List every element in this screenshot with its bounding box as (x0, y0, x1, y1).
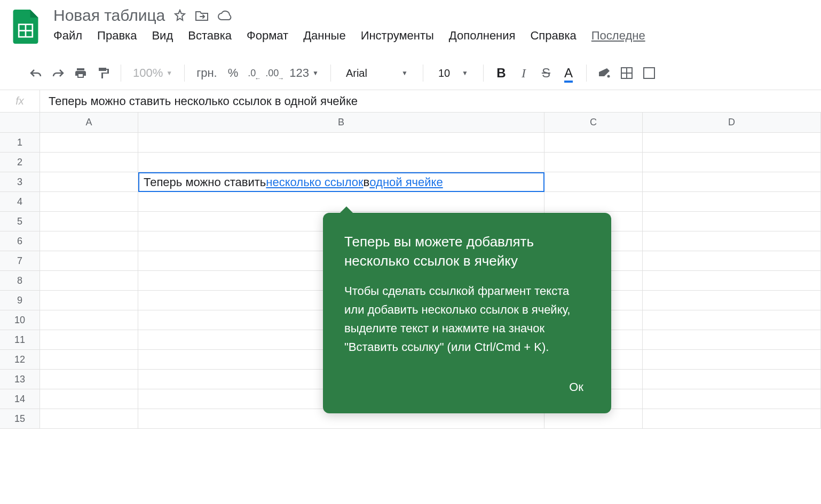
cell[interactable] (544, 153, 643, 172)
row-header[interactable]: 11 (0, 330, 40, 350)
toolbar-separator (330, 65, 331, 82)
text-color-button[interactable]: A (559, 64, 578, 82)
document-title[interactable]: Новая таблица (53, 6, 165, 25)
menu-data[interactable]: Данные (303, 29, 345, 43)
cell[interactable] (40, 133, 138, 153)
percent-button[interactable]: % (225, 66, 242, 80)
cell[interactable] (40, 310, 138, 330)
cell[interactable] (643, 389, 821, 409)
cell-text: Теперь можно ставить (144, 175, 266, 189)
cell[interactable] (40, 330, 138, 350)
undo-button[interactable] (27, 64, 45, 82)
cell[interactable] (643, 192, 821, 212)
cell[interactable] (643, 231, 821, 251)
cell[interactable] (40, 291, 138, 310)
cell[interactable] (544, 133, 643, 153)
zoom-dropdown[interactable]: 100%▼ (130, 66, 176, 80)
row-header[interactable]: 12 (0, 350, 40, 370)
column-headers: A B C D (0, 113, 821, 133)
cell[interactable] (643, 251, 821, 271)
row-header[interactable]: 13 (0, 370, 40, 389)
menu-help[interactable]: Справка (530, 29, 576, 43)
fill-color-button[interactable] (595, 64, 613, 82)
cell-link-1[interactable]: несколько ссылок (266, 175, 363, 189)
menu-format[interactable]: Формат (247, 29, 288, 43)
cell[interactable] (643, 133, 821, 153)
menu-last[interactable]: Последне (591, 29, 645, 43)
menu-insert[interactable]: Вставка (188, 29, 232, 43)
cell[interactable] (643, 172, 821, 192)
row-header[interactable]: 6 (0, 231, 40, 251)
row-header[interactable]: 14 (0, 389, 40, 409)
merge-cells-button[interactable] (640, 64, 658, 82)
column-header-b[interactable]: B (138, 113, 544, 132)
menu-view[interactable]: Вид (152, 29, 173, 43)
italic-button[interactable]: I (515, 64, 533, 82)
row-header[interactable]: 10 (0, 310, 40, 330)
menu-tools[interactable]: Инструменты (361, 29, 434, 43)
redo-button[interactable] (49, 64, 67, 82)
row-header[interactable]: 9 (0, 291, 40, 310)
cell[interactable] (40, 192, 138, 212)
cell[interactable] (40, 409, 138, 429)
cell[interactable] (643, 291, 821, 310)
decrease-decimal-button[interactable]: .0← (246, 64, 258, 82)
tooltip-ok-button[interactable]: Ок (563, 376, 590, 398)
font-size-dropdown[interactable]: 10▼ (432, 67, 475, 79)
strikethrough-button[interactable]: S (537, 64, 555, 82)
svg-point-3 (607, 75, 610, 78)
row-header[interactable]: 2 (0, 153, 40, 172)
cell[interactable] (544, 172, 643, 192)
cell[interactable] (643, 153, 821, 172)
paint-format-button[interactable] (94, 64, 112, 82)
star-icon[interactable] (173, 9, 186, 22)
cell[interactable] (40, 172, 138, 192)
row-header[interactable]: 7 (0, 251, 40, 271)
cloud-status-icon[interactable] (217, 10, 232, 21)
cell[interactable] (40, 350, 138, 370)
selected-cell-b3[interactable]: Теперь можно ставить несколько ссылок в … (138, 172, 544, 192)
cell[interactable] (643, 370, 821, 389)
menu-file[interactable]: Файл (53, 29, 82, 43)
print-button[interactable] (72, 64, 90, 82)
format-123-dropdown[interactable]: 123▼ (286, 66, 322, 80)
column-header-c[interactable]: C (544, 113, 643, 132)
cell[interactable] (643, 330, 821, 350)
cell[interactable] (40, 389, 138, 409)
bold-button[interactable]: B (492, 64, 510, 82)
cell[interactable] (40, 153, 138, 172)
cell[interactable] (40, 251, 138, 271)
cell[interactable] (40, 271, 138, 291)
cell[interactable] (544, 192, 643, 212)
cell-text: в (364, 175, 370, 189)
column-header-a[interactable]: A (40, 113, 138, 132)
column-header-d[interactable]: D (643, 113, 821, 132)
row-header[interactable]: 3 (0, 172, 40, 192)
row-header[interactable]: 8 (0, 271, 40, 291)
cell[interactable] (40, 231, 138, 251)
currency-button[interactable]: грн. (193, 66, 220, 80)
cell[interactable] (643, 212, 821, 231)
row-header[interactable]: 15 (0, 409, 40, 429)
formula-input[interactable]: Теперь можно ставить несколько ссылок в … (40, 94, 821, 108)
move-icon[interactable] (195, 10, 209, 21)
menu-addons[interactable]: Дополнения (449, 29, 516, 43)
menu-edit[interactable]: Правка (97, 29, 137, 43)
borders-button[interactable] (618, 64, 636, 82)
cell-link-2[interactable]: одной ячейке (369, 175, 443, 189)
font-family-dropdown[interactable]: Arial▼ (340, 67, 414, 79)
cell[interactable] (643, 271, 821, 291)
sheets-logo[interactable] (11, 6, 41, 47)
increase-decimal-button[interactable]: .00→ (262, 64, 282, 82)
cell[interactable] (40, 370, 138, 389)
cell[interactable] (643, 310, 821, 330)
cell[interactable] (138, 153, 544, 172)
cell[interactable] (643, 409, 821, 429)
row-header[interactable]: 5 (0, 212, 40, 231)
cell[interactable] (138, 133, 544, 153)
cell[interactable] (40, 212, 138, 231)
row-header[interactable]: 1 (0, 133, 40, 153)
select-all-corner[interactable] (0, 113, 40, 132)
cell[interactable] (643, 350, 821, 370)
row-header[interactable]: 4 (0, 192, 40, 212)
